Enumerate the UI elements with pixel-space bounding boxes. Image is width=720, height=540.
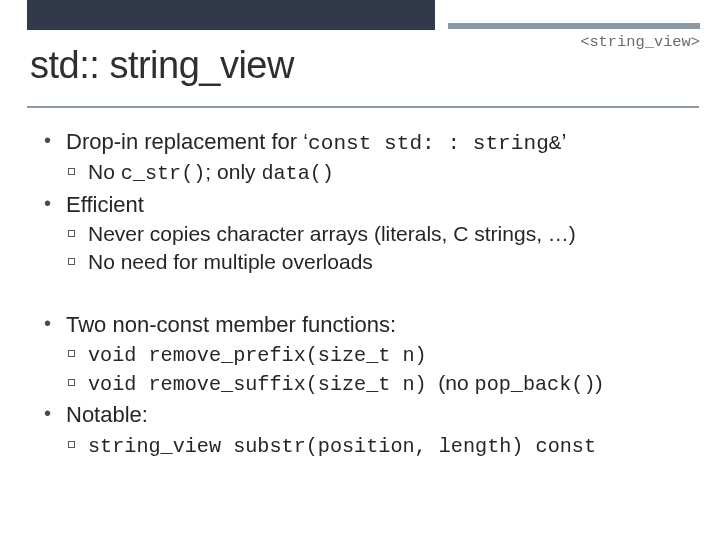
title-part-b: : — [89, 44, 99, 86]
subbullet-substr: string_view substr(position, length) con… — [66, 432, 696, 460]
code: void remove_prefix(size_t n) — [88, 344, 427, 367]
subbullet-no-cstr: No c_str(); only data() — [66, 159, 696, 187]
subbullet-remove-suffix: void remove_suffix(size_t n) (no pop_bac… — [66, 370, 696, 398]
bullet-two-nonconst: Two non-const member functions: — [44, 311, 696, 339]
text: No need for multiple overloads — [88, 250, 373, 273]
bullet-efficient: Efficient — [44, 191, 696, 219]
title-underline — [27, 106, 699, 108]
text: Never copies character arrays (literals,… — [88, 222, 576, 245]
text: Drop-in replacement for ‘ — [66, 129, 308, 154]
code: data() — [261, 162, 334, 185]
text: No — [88, 160, 121, 183]
subbullet-remove-prefix: void remove_prefix(size_t n) — [66, 341, 696, 369]
subbullet-no-overloads: No need for multiple overloads — [66, 249, 696, 276]
spacer — [44, 277, 696, 307]
top-accent-bar — [27, 0, 435, 30]
text: ; only — [205, 160, 261, 183]
title-part-c: string_view — [109, 44, 294, 86]
text: ’ — [561, 129, 566, 154]
bullet-notable: Notable: — [44, 401, 696, 429]
slide-title: std:: string_view — [30, 44, 294, 87]
text: Efficient — [66, 192, 144, 217]
text: Notable: — [66, 402, 148, 427]
code: pop_back() — [475, 373, 596, 396]
slide-body: Drop-in replacement for ‘const std: : st… — [44, 124, 696, 460]
code: const std: : string& — [308, 131, 561, 155]
header-include-tag: <string_view> — [580, 33, 700, 51]
code: c_str() — [121, 162, 206, 185]
code: string_view substr(position, length) con… — [88, 435, 596, 458]
text: Two non-const member functions: — [66, 312, 396, 337]
bullet-drop-in: Drop-in replacement for ‘const std: : st… — [44, 128, 696, 157]
code: void remove_suffix(size_t n) — [88, 373, 427, 396]
top-accent-bar-right — [448, 23, 700, 29]
title-part-a: std: — [30, 44, 89, 86]
subbullet-never-copies: Never copies character arrays (literals,… — [66, 221, 696, 248]
text: (no — [427, 371, 475, 394]
text: ) — [596, 371, 603, 394]
slide: <string_view> std:: string_view Drop-in … — [0, 0, 720, 540]
